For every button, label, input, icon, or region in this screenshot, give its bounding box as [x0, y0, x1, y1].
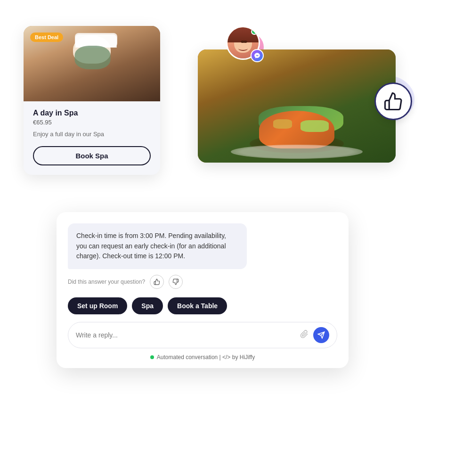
feedback-label: Did this answer your question?: [68, 279, 145, 285]
attach-icon[interactable]: [300, 330, 309, 341]
food-garnish: [273, 119, 292, 129]
spa-title: A day in Spa: [33, 109, 151, 117]
spa-card-image: Best Deal: [24, 26, 160, 101]
reply-input[interactable]: [76, 331, 295, 339]
reply-input-row: [68, 322, 337, 348]
action-buttons-row: Set up Room Spa Book a Table: [68, 297, 337, 314]
thumbsdown-small-icon: [172, 279, 179, 285]
spa-description: Enjoy a full day in our Spa: [33, 131, 151, 138]
thumbsup-badge: [374, 82, 412, 120]
food-card: [198, 49, 396, 163]
messenger-icon: [254, 52, 260, 59]
best-deal-badge: Best Deal: [30, 33, 63, 42]
setup-room-button[interactable]: Set up Room: [68, 297, 127, 314]
spa-price: €65.95: [33, 119, 151, 126]
footer-row: Automated conversation | </> by HiJiffy: [57, 348, 349, 368]
facemask-decoration: [75, 46, 111, 69]
paperclip-icon: [300, 330, 309, 338]
send-icon: [317, 331, 325, 339]
thumbsup-icon: [383, 91, 403, 111]
thumbsup-small-icon: [154, 279, 160, 285]
book-table-button[interactable]: Book a Table: [168, 297, 227, 314]
spa-card: Best Deal A day in Spa €65.95 Enjoy a fu…: [24, 26, 160, 175]
book-spa-button[interactable]: Book Spa: [33, 146, 151, 165]
feedback-row: Did this answer your question?: [68, 275, 337, 289]
avatar-container: [226, 26, 260, 60]
veggie-highlight: [300, 120, 329, 132]
chat-panel: Check-in time is from 3:00 PM. Pending a…: [57, 212, 349, 368]
avatar-smile: [238, 46, 248, 51]
footer-text: Automated conversation | </> by HiJiffy: [157, 354, 255, 361]
footer-online-dot: [150, 355, 154, 359]
messenger-badge: [251, 49, 264, 62]
avatar-eye-right: [244, 41, 247, 43]
thumbsup-feedback-button[interactable]: [150, 275, 164, 289]
chat-message: Check-in time is from 3:00 PM. Pending a…: [68, 223, 247, 269]
spa-card-body: A day in Spa €65.95 Enjoy a full day in …: [24, 101, 160, 175]
food-card-image: [198, 49, 396, 163]
send-button[interactable]: [313, 327, 329, 343]
spa-button[interactable]: Spa: [132, 297, 163, 314]
online-indicator: [251, 28, 258, 35]
plate-decoration: [231, 145, 363, 159]
thumbsdown-feedback-button[interactable]: [169, 275, 183, 289]
